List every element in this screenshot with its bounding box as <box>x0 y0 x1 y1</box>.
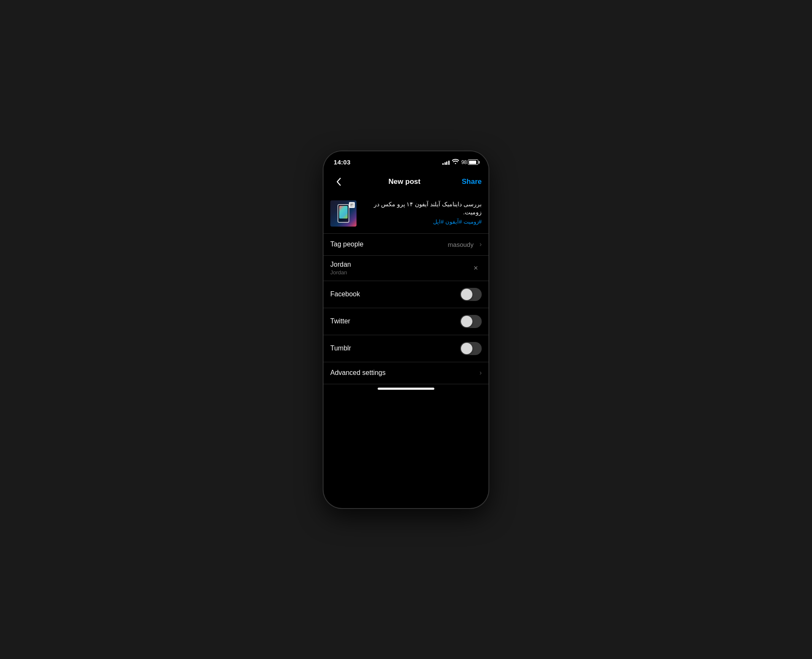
tumblr-row: Tumblr <box>324 335 488 362</box>
advanced-settings-label: Advanced settings <box>330 369 386 377</box>
post-caption-wrapper: بررسی داینامیک آیلند آیفون ۱۴ پرو مکس در… <box>362 200 482 225</box>
status-bar: 14:03 98 <box>324 151 488 170</box>
twitter-toggle-knob <box>461 316 472 327</box>
tag-people-label: Tag people <box>330 241 363 248</box>
screen: 14:03 98 <box>324 151 488 395</box>
battery-pct: 98 <box>461 159 467 165</box>
phone-frame: 14:03 98 <box>324 151 488 508</box>
svg-rect-1 <box>351 204 352 205</box>
status-time: 14:03 <box>334 159 351 166</box>
tag-people-chevron-icon: › <box>480 241 482 248</box>
thumbnail-phone-mini <box>337 204 349 223</box>
post-caption-tags: #زومیت #آیفون #اپل <box>362 219 482 225</box>
tag-people-row[interactable]: Tag people masoudy › <box>324 234 488 256</box>
share-button[interactable]: Share <box>462 178 482 186</box>
post-preview: بررسی داینامیک آیلند آیفون ۱۴ پرو مکس در… <box>324 195 488 234</box>
post-thumbnail <box>330 200 357 227</box>
nav-bar: New post Share <box>324 170 488 195</box>
svg-rect-2 <box>352 204 353 205</box>
back-button[interactable] <box>330 173 347 190</box>
wifi-icon <box>452 159 459 165</box>
facebook-row: Facebook <box>324 281 488 308</box>
twitter-label: Twitter <box>330 317 350 325</box>
tag-people-value: masoudy <box>448 241 474 248</box>
home-bar <box>378 388 434 390</box>
facebook-toggle-knob <box>461 289 472 300</box>
post-caption-text: بررسی داینامیک آیلند آیفون ۱۴ پرو مکس در… <box>362 200 482 217</box>
tumblr-toggle-knob <box>461 343 472 354</box>
nav-title: New post <box>389 178 421 186</box>
advanced-settings-row[interactable]: Advanced settings › <box>324 362 488 384</box>
tag-people-right: masoudy › <box>448 241 482 248</box>
thumbnail-overlay-icon <box>349 202 355 208</box>
svg-rect-3 <box>351 205 351 206</box>
facebook-label: Facebook <box>330 290 360 298</box>
tumblr-label: Tumblr <box>330 345 351 352</box>
location-row[interactable]: Jordan Jordan × <box>324 256 488 281</box>
twitter-toggle[interactable] <box>460 315 482 328</box>
location-close-icon[interactable]: × <box>470 262 482 274</box>
location-labels: Jordan Jordan <box>330 261 351 276</box>
status-icons: 98 <box>442 159 478 165</box>
home-indicator <box>324 384 488 395</box>
tumblr-toggle[interactable] <box>460 342 482 355</box>
facebook-toggle[interactable] <box>460 288 482 301</box>
signal-bars-icon <box>442 160 450 165</box>
location-sub: Jordan <box>330 269 351 276</box>
twitter-row: Twitter <box>324 308 488 335</box>
location-main: Jordan <box>330 261 351 268</box>
battery-icon: 98 <box>461 159 478 165</box>
advanced-settings-chevron-icon: › <box>480 369 482 377</box>
